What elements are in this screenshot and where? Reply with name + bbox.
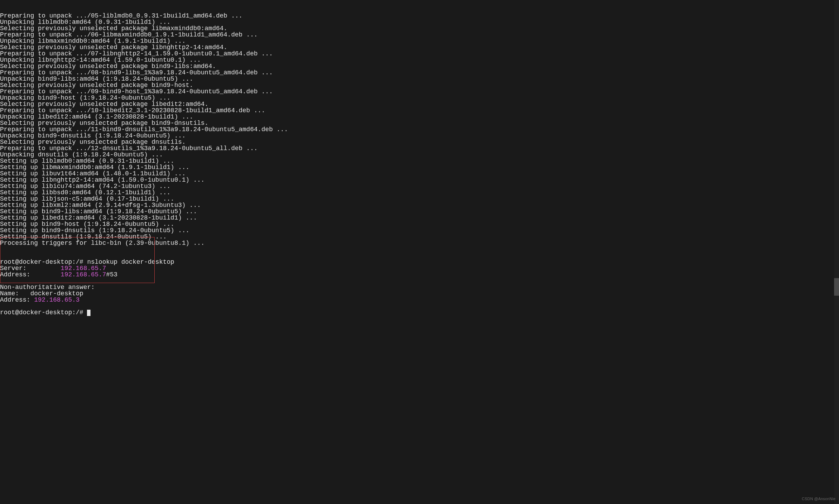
address-label: Address:: [0, 271, 61, 278]
address-ip: 192.168.65.7: [61, 271, 106, 278]
shell-prompt: root@docker-desktop:/#: [0, 309, 87, 316]
address-port-suffix: #53: [106, 271, 117, 278]
name-line: Name: docker-desktop: [0, 290, 83, 297]
shell-command: nslookup docker-desktop: [87, 258, 174, 266]
terminal-output-block: Preparing to unpack .../05-liblmdb0_0.9.…: [0, 13, 838, 246]
server-label: Server:: [0, 265, 61, 272]
terminal-viewport[interactable]: Preparing to unpack .../05-liblmdb0_0.9.…: [0, 0, 839, 504]
non-auth-line: Non-authoritative answer:: [0, 284, 95, 291]
watermark-text: CSDN @AnsonNie: [802, 496, 835, 502]
server-ip: 192.168.65.7: [61, 265, 106, 272]
scrollbar-thumb[interactable]: [834, 278, 839, 296]
address2-ip: 192.168.65.3: [34, 296, 80, 303]
shell-prompt: root@docker-desktop:/#: [0, 258, 87, 266]
scrollbar-track[interactable]: [834, 0, 839, 504]
address2-label: Address:: [0, 296, 34, 303]
cursor-block[interactable]: [87, 310, 90, 316]
nslookup-block: root@docker-desktop:/# nslookup docker-d…: [0, 259, 838, 316]
